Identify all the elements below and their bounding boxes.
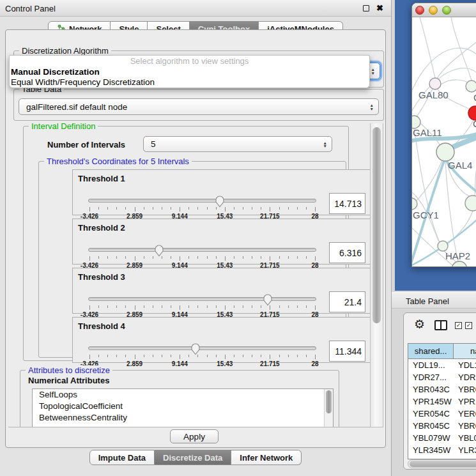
tick-mark [107,207,108,210]
dropdown-item[interactable]: Equal Width/Frequency Discretization [10,77,369,88]
network-node[interactable] [465,196,476,211]
slider-thumb[interactable] [263,293,273,306]
numerical-attributes-list[interactable]: SelfLoopsTopologicalCoefficientBetweenne… [32,388,334,427]
slider-thumb[interactable] [190,342,201,355]
table-row[interactable]: YBR043CYBR0 [408,383,476,395]
column-header-name[interactable]: na [454,344,476,358]
table-row[interactable]: YER054CYER0 [408,408,476,420]
network-edge[interactable] [437,39,476,79]
settings-vertical-scrollbar[interactable] [370,123,383,427]
network-node[interactable] [452,261,467,266]
tick-mark [225,355,226,359]
num-intervals-value: 5 [151,139,156,149]
network-node-label: C [473,118,476,129]
num-intervals-combobox[interactable]: 5 ▲▼ [143,136,332,152]
network-node[interactable] [429,78,441,89]
attribute-item[interactable]: SelfLoops [33,389,333,401]
table-row[interactable]: YPR145WYPR1 [408,395,476,408]
network-node[interactable] [436,143,454,161]
cell-shared-name: YPR145W [408,395,454,408]
slider-thumb[interactable] [215,195,225,208]
tick-mark [171,256,171,259]
network-window-titlebar[interactable] [412,3,476,17]
tab-discretize-data[interactable]: Discretize Data [155,450,231,465]
checkbox-icon[interactable]: ✓ [465,322,472,329]
network-node-label: HAP2 [445,250,470,261]
tick-mark [144,355,144,357]
table-row[interactable]: YDR27...YDR2 [408,371,476,383]
float-window-icon[interactable] [363,5,369,12]
scrollbar-thumb[interactable] [372,127,381,323]
minimize-traffic-light-icon[interactable] [429,6,438,15]
tick-mark [288,256,289,259]
tick-mark [116,256,117,259]
slider-track[interactable] [88,248,316,252]
table-panel-titlebar: Table Panel [392,292,476,309]
tick-mark [297,256,298,259]
tab-label: Infer Network [240,453,293,463]
dropdown-hint: Select algorithm to view settings [10,56,369,67]
table-row[interactable]: YLR345WYLR3 [408,444,476,456]
network-view[interactable]: GAL80GACGAL11GAL4GCY1HHAP2 [412,17,476,266]
zoom-traffic-light-icon[interactable] [442,6,451,15]
tick-mark [162,305,162,308]
slider-track[interactable] [88,199,316,203]
slider-track[interactable] [88,346,316,350]
network-edge[interactable] [420,17,435,78]
slider-track[interactable] [88,297,316,301]
network-node[interactable] [438,241,448,251]
attribute-item[interactable]: BetweennessCentrality [33,412,333,424]
network-node[interactable] [412,116,420,128]
threshold-row: Threshold 4 -3.4262.8599.14415.4321.7152… [72,317,370,363]
tick-label: 21.715 [260,360,280,367]
tick-mark [171,207,171,210]
cell-shared-name: YBR043C [408,383,454,395]
tab-infer-network[interactable]: Infer Network [231,450,302,465]
scrollbar-thumb[interactable] [410,461,476,467]
tick-mark [144,207,144,210]
list-scrollbar-thumb[interactable] [326,390,332,413]
table-row[interactable]: YBL079WYBL0 [408,432,476,444]
close-icon[interactable]: ✖ [376,3,383,13]
columns-icon[interactable] [434,320,447,330]
dropdown-item[interactable]: Manual Discretization [10,67,369,77]
threshold-value-field[interactable] [329,242,365,263]
checkbox-icon[interactable]: ✓ [455,322,462,329]
network-node[interactable] [412,198,417,210]
list-scrollbar[interactable] [324,389,333,427]
tick-mark [144,305,144,308]
network-edge[interactable] [451,17,472,81]
close-traffic-light-icon[interactable] [415,6,424,15]
threshold-value-field[interactable] [329,193,365,214]
gear-icon[interactable]: ⚙ [414,317,425,332]
table-row[interactable]: YDL19...YDL1 [408,359,476,371]
tick-mark [234,305,234,308]
threshold-slider[interactable]: -3.4262.8599.14415.4321.71528 [88,196,316,216]
combo-arrows-icon: ▲▼ [323,141,327,148]
node-table[interactable]: shared... na YDL19...YDL1YDR27...YDR2YBR… [408,343,476,459]
tick-mark [207,207,208,210]
tick-mark [197,256,198,259]
attribute-item[interactable]: TopologicalCoefficient [33,401,333,412]
tick-mark [153,207,153,210]
table-data-combobox[interactable]: galFiltered.sif default node ▲▼ [19,98,379,115]
column-header-shared[interactable]: shared... [408,344,454,358]
table-data-value: galFiltered.sif default node [26,102,127,112]
table-row[interactable]: YBR045CYBR0 [408,420,476,432]
slider-thumb[interactable] [154,244,164,257]
tick-mark [98,305,99,308]
tick-mark [162,355,162,357]
threshold-slider[interactable]: -3.4262.8599.14415.4321.71528 [88,294,316,314]
tick-mark [297,305,298,308]
network-node[interactable] [466,81,476,92]
threshold-value-field[interactable] [329,291,365,312]
tick-mark [279,256,280,259]
apply-button[interactable]: Apply [170,429,219,443]
tab-impute-data[interactable]: Impute Data [89,450,155,465]
threshold-slider[interactable]: -3.4262.8599.14415.4321.71528 [88,245,316,265]
threshold-value-field[interactable] [329,341,365,362]
network-edge[interactable] [441,80,469,84]
table-horizontal-scrollbar[interactable] [408,459,476,468]
threshold-slider[interactable]: -3.4262.8599.14415.4321.71528 [88,343,316,364]
tick-mark [261,305,261,308]
